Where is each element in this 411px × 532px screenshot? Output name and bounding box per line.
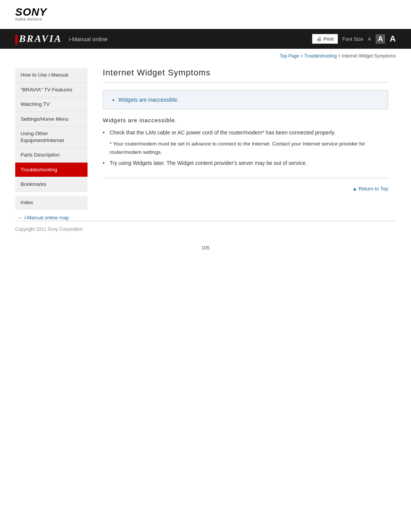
arrow-right-icon: → [17,215,22,221]
bravia-logo: BRAVIA [15,33,62,45]
font-size-label: Font Size [342,36,363,42]
breadcrumb-troubleshooting[interactable]: Troubleshooting [304,53,337,59]
print-label: Print [323,36,334,42]
breadcrumb-top-page[interactable]: Top Page [280,53,299,59]
triangle-up-icon: ▲ [352,186,358,192]
logo-bar: SONY make.believe [0,0,411,25]
main-layout: How to Use i-Manual "BRAVIA" TV Features… [0,60,411,221]
manual-map-link[interactable]: → i-Manual online map [15,215,88,221]
section-title: Widgets are inaccessible. [103,117,388,123]
breadcrumb-sep1: > [299,53,304,59]
red-accent-bar [15,35,18,45]
sidebar-item-using-other[interactable]: Using Other Equipment/Internet [15,126,88,148]
page-title: Internet Widget Symptoms [103,68,388,83]
breadcrumb-current: Internet Widget Symptoms [342,53,396,59]
print-button[interactable]: 🖨 Print [312,34,338,44]
sidebar-item-bookmarks[interactable]: Bookmarks [15,177,88,192]
map-link-label: i-Manual online map [24,215,69,220]
sidebar: How to Use i-Manual "BRAVIA" TV Features… [15,60,91,221]
bravia-left: BRAVIA i-Manual online [15,33,108,45]
sidebar-item-watching-tv[interactable]: Watching TV [15,97,88,112]
print-icon: 🖨 [316,36,322,42]
main-content: Internet Widget Symptoms Widgets are ina… [91,60,396,221]
sony-brand: SONY [15,7,396,18]
sidebar-item-troubleshooting[interactable]: Troubleshooting [15,163,88,177]
content-section: Widgets are inaccessible. Check that the… [103,117,388,178]
sidebar-item-how-to-use[interactable]: How to Use i-Manual [15,68,88,83]
list-item: Check that the LAN cable or AC power cor… [103,129,388,137]
sony-tagline: make.believe [15,18,396,21]
return-to-top-area: ▲ Return to Top [103,182,388,194]
bullet-list: Check that the LAN cable or AC power cor… [103,129,388,137]
blue-info-box: Widgets are inaccessible. [103,90,388,109]
breadcrumb-sep2: > [337,53,342,59]
bravia-bar: BRAVIA i-Manual online 🖨 Print Font Size… [0,29,411,49]
breadcrumb: Top Page > Troubleshooting > Internet Wi… [0,49,411,60]
list-item-2: Try using Widgets later. The Widget cont… [103,159,388,167]
footer: Copyright 2011 Sony Corporation [0,221,411,237]
sidebar-item-index[interactable]: Index [15,196,88,209]
page-number: 105 [0,237,411,262]
bullet-list-2: Try using Widgets later. The Widget cont… [103,159,388,167]
return-to-top-link[interactable]: ▲ Return to Top [352,186,388,192]
font-size-large-button[interactable]: A [390,34,396,44]
sidebar-item-parts-description[interactable]: Parts Description [15,148,88,163]
sony-logo: SONY make.believe [15,7,396,21]
blue-box-link[interactable]: Widgets are inaccessible. [118,97,179,103]
font-size-medium-button[interactable]: A [376,34,385,44]
sidebar-item-settings-home[interactable]: Settings/Home Menu [15,112,88,127]
font-size-small-button[interactable]: A [368,36,371,42]
note-text: * Your router/modem must be set in advan… [103,140,388,156]
bravia-right: 🖨 Print Font Size A A A [312,34,396,44]
bravia-subtitle: i-Manual online [69,36,108,42]
copyright-text: Copyright 2011 Sony Corporation [15,227,83,232]
sidebar-item-bravia-features[interactable]: "BRAVIA" TV Features [15,83,88,97]
